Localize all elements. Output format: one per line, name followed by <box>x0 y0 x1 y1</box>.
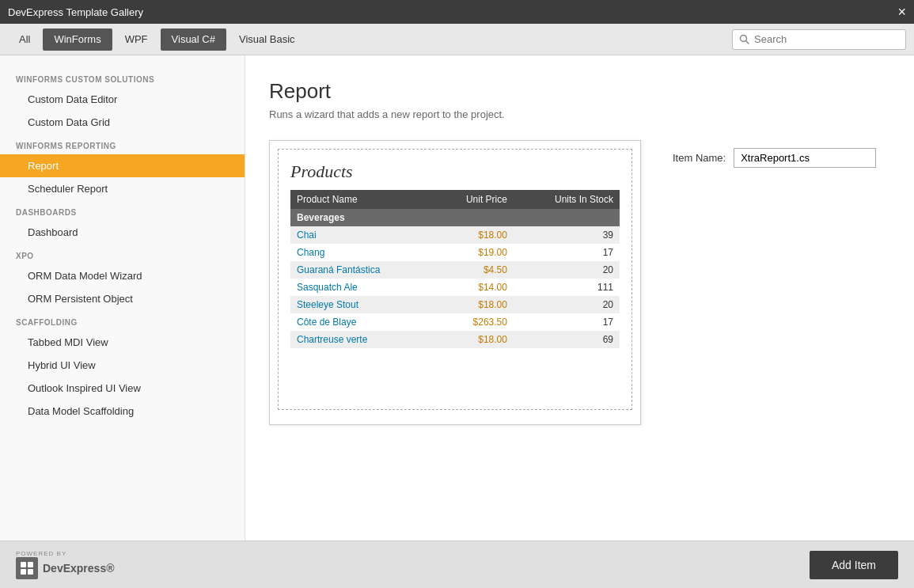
page-subtitle: Runs a wizard that adds a new report to … <box>269 108 890 120</box>
tab-visual-basic[interactable]: Visual Basic <box>228 28 306 51</box>
section-title-winforms-custom: WINFORMS CUSTOM SOLUTIONS <box>0 67 245 88</box>
sidebar-item-outlook-ui[interactable]: Outlook Inspired UI View <box>0 377 245 400</box>
footer: POWERED BY DevExpress® Add Item <box>0 541 914 588</box>
col-header-unit-price: Unit Price <box>434 190 514 209</box>
sidebar-section-dashboards: DASHBOARDS Dashboard <box>0 200 245 244</box>
table-row: Chang$19.0017 <box>290 244 620 261</box>
item-name-label: Item Name: <box>673 152 726 164</box>
svg-line-1 <box>746 40 749 44</box>
sidebar-item-scheduler-report[interactable]: Scheduler Report <box>0 177 245 200</box>
tabs-bar: All WinForms WPF Visual C# Visual Basic <box>0 24 914 55</box>
sidebar-item-data-model-scaffolding[interactable]: Data Model Scaffolding <box>0 400 245 423</box>
sidebar-section-winforms-custom: WINFORMS CUSTOM SOLUTIONS Custom Data Ed… <box>0 67 245 134</box>
powered-by-label: POWERED BY <box>16 550 66 557</box>
svg-rect-3 <box>28 562 33 567</box>
report-group-row: Beverages <box>290 209 620 226</box>
col-header-units-in-stock: Units In Stock <box>514 190 620 209</box>
logo-box <box>16 557 38 579</box>
section-title-winforms-reporting: WINFORMS REPORTING <box>0 134 245 154</box>
tab-all[interactable]: All <box>8 28 41 51</box>
sidebar-section-winforms-reporting: WINFORMS REPORTING Report Scheduler Repo… <box>0 134 245 200</box>
preview-inner: Products Product Name Unit Price Units I… <box>278 149 632 410</box>
col-header-product-name: Product Name <box>290 190 434 209</box>
search-icon <box>739 34 750 45</box>
item-name-row: Item Name: <box>673 148 876 168</box>
svg-rect-5 <box>28 569 33 575</box>
report-table-title: Products <box>290 161 620 182</box>
app-title: DevExpress Template Gallery <box>8 6 143 18</box>
table-row: Sasquatch Ale$14.00111 <box>290 279 620 296</box>
sidebar-section-scaffolding: SCAFFOLDING Tabbed MDI View Hybrid UI Vi… <box>0 310 245 423</box>
add-item-button[interactable]: Add Item <box>810 551 898 579</box>
devexpress-icon <box>20 561 34 575</box>
sidebar-item-orm-wizard[interactable]: ORM Data Model Wizard <box>0 264 245 287</box>
tab-wpf[interactable]: WPF <box>114 28 159 51</box>
sidebar-item-hybrid-ui[interactable]: Hybrid UI View <box>0 354 245 377</box>
sidebar: WINFORMS CUSTOM SOLUTIONS Custom Data Ed… <box>0 55 245 541</box>
title-bar: DevExpress Template Gallery × <box>0 0 914 24</box>
section-title-scaffolding: SCAFFOLDING <box>0 310 245 331</box>
sidebar-item-custom-data-editor[interactable]: Custom Data Editor <box>0 88 245 111</box>
svg-rect-2 <box>21 562 26 567</box>
search-box <box>732 29 906 50</box>
sidebar-item-custom-data-grid[interactable]: Custom Data Grid <box>0 111 245 134</box>
sidebar-item-report[interactable]: Report <box>0 154 245 177</box>
item-name-section: Item Name: <box>673 140 876 168</box>
sidebar-item-tabbed-mdi[interactable]: Tabbed MDI View <box>0 331 245 354</box>
content-area: Report Runs a wizard that adds a new rep… <box>245 55 914 541</box>
search-input[interactable] <box>754 33 897 45</box>
section-title-dashboards: DASHBOARDS <box>0 200 245 221</box>
logo-text: DevExpress® <box>43 562 114 575</box>
svg-rect-4 <box>21 569 26 575</box>
sidebar-section-xpo: XPO ORM Data Model Wizard ORM Persistent… <box>0 244 245 310</box>
sidebar-item-orm-persistent[interactable]: ORM Persistent Object <box>0 287 245 310</box>
preview-row: Products Product Name Unit Price Units I… <box>269 140 890 425</box>
report-table: Product Name Unit Price Units In Stock B… <box>290 190 620 348</box>
section-title-xpo: XPO <box>0 244 245 264</box>
main-layout: WINFORMS CUSTOM SOLUTIONS Custom Data Ed… <box>0 55 914 541</box>
tab-visual-csharp[interactable]: Visual C# <box>161 28 226 51</box>
close-icon[interactable]: × <box>897 4 906 21</box>
devexpress-logo: POWERED BY DevExpress® <box>16 550 114 579</box>
report-preview: Products Product Name Unit Price Units I… <box>269 140 641 425</box>
table-row: Guaraná Fantástica$4.5020 <box>290 261 620 279</box>
table-row: Chartreuse verte$18.0069 <box>290 331 620 348</box>
item-name-input[interactable] <box>734 148 876 168</box>
sidebar-item-dashboard[interactable]: Dashboard <box>0 221 245 244</box>
table-row: Steeleye Stout$18.0020 <box>290 296 620 313</box>
tab-winforms[interactable]: WinForms <box>43 28 112 51</box>
page-title: Report <box>269 79 890 104</box>
table-row: Côte de Blaye$263.5017 <box>290 313 620 331</box>
table-row: Chai$18.0039 <box>290 226 620 244</box>
